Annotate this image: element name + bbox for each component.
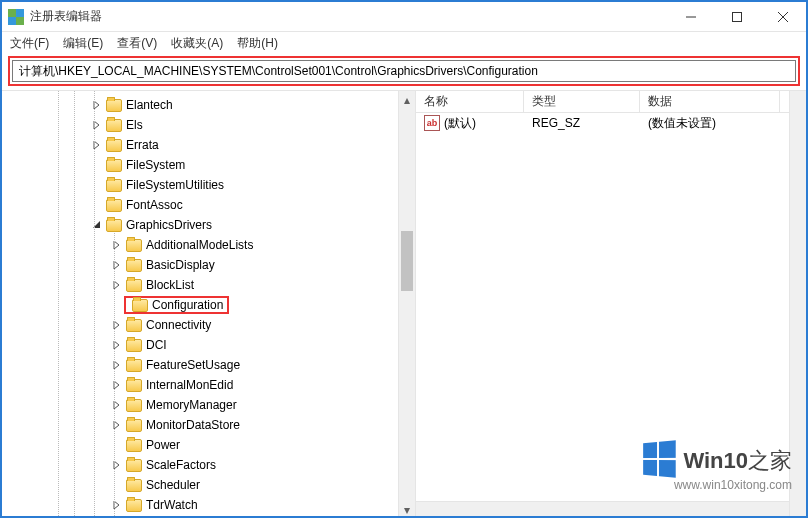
chevron-right-icon[interactable] <box>90 118 104 132</box>
folder-icon <box>126 459 142 472</box>
column-type[interactable]: 类型 <box>524 91 640 112</box>
minimize-button[interactable] <box>668 2 714 32</box>
tree-node-label: Els <box>126 118 143 132</box>
tree-node[interactable]: MemoryManager <box>2 395 415 415</box>
folder-icon <box>126 479 142 492</box>
chevron-right-icon[interactable] <box>110 418 124 432</box>
chevron-right-icon[interactable] <box>110 378 124 392</box>
tree-node-label: InternalMonEdid <box>146 378 233 392</box>
tree-node-label: AdditionalModeLists <box>146 238 253 252</box>
tree-node-label: Elantech <box>126 98 173 112</box>
address-bar-highlight <box>8 56 800 86</box>
folder-icon <box>106 159 122 172</box>
window-title: 注册表编辑器 <box>30 8 102 25</box>
maximize-icon <box>732 12 742 22</box>
tree-node[interactable]: FontAssoc <box>2 195 415 215</box>
tree-node-label: DCI <box>146 338 167 352</box>
folder-icon <box>126 319 142 332</box>
tree-node[interactable]: FileSystem <box>2 155 415 175</box>
value-type: REG_SZ <box>524 116 640 130</box>
app-icon <box>8 9 24 25</box>
folder-icon <box>126 359 142 372</box>
scroll-down-icon[interactable]: ▾ <box>399 501 415 518</box>
tree-node[interactable]: Errata <box>2 135 415 155</box>
column-name[interactable]: 名称 <box>416 91 524 112</box>
scroll-up-icon[interactable]: ▴ <box>399 91 415 108</box>
folder-icon <box>106 179 122 192</box>
chevron-right-icon[interactable] <box>110 318 124 332</box>
tree-node[interactable]: ScaleFactors <box>2 455 415 475</box>
tree-panel: ElantechElsErrataFileSystemFileSystemUti… <box>2 91 416 518</box>
address-bar[interactable] <box>12 60 796 82</box>
menubar: 文件(F) 编辑(E) 查看(V) 收藏夹(A) 帮助(H) <box>2 32 806 54</box>
folder-icon <box>126 259 142 272</box>
chevron-right-icon[interactable] <box>90 138 104 152</box>
tree-node-label: Scheduler <box>146 478 200 492</box>
tree-node-label: FontAssoc <box>126 198 183 212</box>
chevron-right-icon[interactable] <box>110 398 124 412</box>
chevron-down-icon[interactable] <box>90 218 104 232</box>
column-data[interactable]: 数据 <box>640 91 780 112</box>
watermark-brand-suffix: 之家 <box>748 448 792 473</box>
tree-node[interactable]: FeatureSetUsage <box>2 355 415 375</box>
tree-node[interactable]: DCI <box>2 335 415 355</box>
tree-node[interactable]: Power <box>2 435 415 455</box>
folder-icon <box>106 219 122 232</box>
tree-node[interactable]: Scheduler <box>2 475 415 495</box>
values-hscrollbar[interactable] <box>416 501 789 518</box>
chevron-right-icon[interactable] <box>110 338 124 352</box>
maximize-button[interactable] <box>714 2 760 32</box>
tree-node[interactable]: Configuration <box>2 295 415 315</box>
string-value-icon: ab <box>424 115 440 131</box>
tree-node-label: BasicDisplay <box>146 258 215 272</box>
tree-node-label: FeatureSetUsage <box>146 358 240 372</box>
chevron-right-icon[interactable] <box>110 358 124 372</box>
tree-node[interactable]: AdditionalModeLists <box>2 235 415 255</box>
chevron-right-icon[interactable] <box>110 498 124 512</box>
watermark-url: www.win10xitong.com <box>641 478 792 492</box>
tree-node[interactable]: TdrWatch <box>2 495 415 515</box>
tree-node-label: Errata <box>126 138 159 152</box>
tree-node-label: TdrWatch <box>146 498 198 512</box>
svg-rect-1 <box>733 12 742 21</box>
tree-node-label: MemoryManager <box>146 398 237 412</box>
tree-node-label: FileSystemUtilities <box>126 178 224 192</box>
scroll-thumb[interactable] <box>401 231 413 291</box>
tree-node[interactable]: GraphicsDrivers <box>2 215 415 235</box>
tree-node[interactable]: MonitorDataStore <box>2 415 415 435</box>
menu-edit[interactable]: 编辑(E) <box>63 35 103 52</box>
column-headers: 名称 类型 数据 <box>416 91 806 113</box>
chevron-right-icon[interactable] <box>110 278 124 292</box>
folder-icon <box>132 299 148 312</box>
chevron-right-icon[interactable] <box>110 238 124 252</box>
folder-icon <box>106 119 122 132</box>
chevron-right-icon[interactable] <box>90 98 104 112</box>
menu-favorites[interactable]: 收藏夹(A) <box>171 35 223 52</box>
folder-icon <box>106 139 122 152</box>
windows-logo-icon <box>644 440 677 477</box>
tree-node[interactable]: BasicDisplay <box>2 255 415 275</box>
tree-node-label: BlockList <box>146 278 194 292</box>
folder-icon <box>126 239 142 252</box>
value-name: (默认) <box>444 115 476 132</box>
tree-node[interactable]: InternalMonEdid <box>2 375 415 395</box>
folder-icon <box>126 279 142 292</box>
value-row[interactable]: ab(默认)REG_SZ(数值未设置) <box>416 113 806 133</box>
tree-node[interactable]: Elantech <box>2 95 415 115</box>
tree-scrollbar[interactable]: ▴ ▾ <box>398 91 415 518</box>
menu-help[interactable]: 帮助(H) <box>237 35 278 52</box>
tree-node[interactable]: Connectivity <box>2 315 415 335</box>
tree-node-label: MonitorDataStore <box>146 418 240 432</box>
folder-icon <box>126 339 142 352</box>
tree-node-label: Connectivity <box>146 318 211 332</box>
folder-icon <box>106 199 122 212</box>
tree-node[interactable]: Els <box>2 115 415 135</box>
tree-node[interactable]: BlockList <box>2 275 415 295</box>
tree-node-highlight: Configuration <box>124 296 229 314</box>
chevron-right-icon[interactable] <box>110 258 124 272</box>
tree-node[interactable]: FileSystemUtilities <box>2 175 415 195</box>
menu-view[interactable]: 查看(V) <box>117 35 157 52</box>
close-button[interactable] <box>760 2 806 32</box>
menu-file[interactable]: 文件(F) <box>10 35 49 52</box>
chevron-right-icon[interactable] <box>110 458 124 472</box>
